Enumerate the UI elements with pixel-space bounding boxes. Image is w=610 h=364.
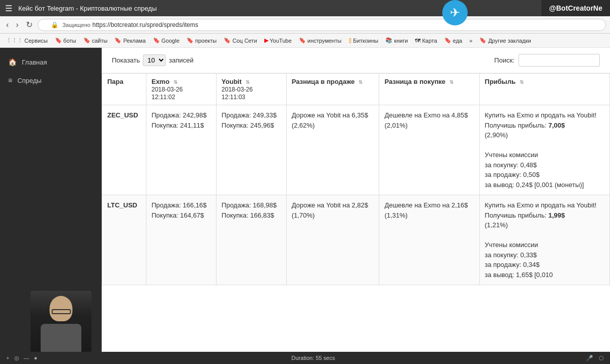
cell-pair: LTC_USD [102,195,146,285]
sidebar-item-home[interactable]: 🏠 Главная [0,53,102,71]
data-table: Пара Exmo ⇅ 2018-03-2612:11:02 Youbit ⇅ … [102,73,610,285]
col-diff-buy: Разница в покупке ⇅ [379,74,479,105]
cell-youbit: Продажа: 168,98$Покупка: 166,83$ [216,195,286,285]
bookmark-services[interactable]: ⋮⋮⋮ Сервисы [3,36,51,45]
person-glasses [51,309,71,314]
circle-icon: ◎ [14,355,19,361]
main-layout: 🏠 Главная ≡ Спреды Показать 10 25 50 зап… [0,48,610,352]
content-area: Показать 10 25 50 записей Поиск: Пара [102,48,610,352]
table-row: ZEC_USD Продажа: 242,98$Покупка: 241,11$… [102,105,610,195]
sort-icon[interactable]: ⇅ [449,79,453,85]
bookmark-other[interactable]: 🔖 Другие закладки [476,36,534,45]
info-icon[interactable]: ⬡ [599,355,604,361]
reload-button[interactable]: ↻ [24,19,35,31]
plus-icon[interactable]: + [6,355,9,361]
bookmark-bitcoin[interactable]: ₿ Биткоины [346,37,382,45]
bookmark-icon: 🔖 [187,37,194,44]
person-body [41,324,81,352]
search-input[interactable] [518,54,600,67]
cell-pair: ZEC_USD [102,105,146,195]
bookmark-books[interactable]: 📚 книги [382,36,411,45]
col-exmo: Exmo ⇅ 2018-03-2612:11:02 [146,74,216,105]
bookmark-tools[interactable]: 🔖 инструменты [296,36,345,45]
forward-button[interactable]: › [14,19,20,31]
bookmark-icon: 🔖 [299,37,306,44]
col-profit: Прибыль ⇅ [479,74,609,105]
bookmark-label: сайты [92,38,108,44]
grid-icon: ⋮⋮⋮ [6,37,23,44]
sort-icon[interactable]: ⇅ [358,79,362,85]
home-icon: 🏠 [8,58,17,66]
show-entries: Показать 10 25 50 записей [112,54,194,66]
back-button[interactable]: ‹ [4,19,11,31]
bookmark-map[interactable]: 🗺 Карта [412,37,440,45]
cell-exmo: Продажа: 242,98$Покупка: 241,11$ [146,105,216,195]
bookmark-youtube[interactable]: ▶ YouTube [261,36,295,45]
col-pair: Пара [102,74,146,105]
bookmark-label: Соц Сети [232,38,257,44]
person-head [50,296,73,321]
bookmark-label: Карта [422,38,437,44]
sidebar-item-spreads[interactable]: ≡ Спреды [0,71,102,89]
browser-titlebar: ☰ Кейс бот Telegram - Криптовалютные спр… [0,0,610,16]
cell-exmo: Продажа: 166,16$Покупка: 164,67$ [146,195,216,285]
bookmark-icon: 🔖 [224,37,231,44]
bookmark-icon: 🔖 [83,37,90,44]
bitcoin-icon: ₿ [349,38,352,44]
cell-diff-buy: Дешевле на Exmo на 2,16$(1,31%) [379,195,479,285]
bookmark-label: проекты [195,38,217,44]
entries-label: записей [169,56,193,64]
entries-select[interactable]: 10 25 50 [143,54,166,66]
bottom-bar: + ◎ — ● Duration: 55 secs 🎤 ⬡ [0,352,610,364]
bookmark-label: Сервисы [24,38,48,44]
books-icon: 📚 [385,37,392,44]
spreads-icon: ≡ [8,76,12,84]
bookmark-food[interactable]: 🔖 еда [441,36,465,45]
bottom-right-controls: 🎤 ⬡ [586,355,604,361]
bookmark-sites[interactable]: 🔖 сайты [80,36,111,45]
sidebar-label-spreads: Спреды [17,77,42,84]
youtube-icon: ▶ [264,37,268,44]
col-diff-sell: Разница в продаже ⇅ [286,74,379,105]
table-row: LTC_USD Продажа: 166,16$Покупка: 164,67$… [102,195,610,285]
bookmark-label: инструменты [308,38,342,44]
bookmark-bots[interactable]: 🔖 боты [52,36,79,45]
cell-diff-sell: Дороже на Yobit на 6,35$(2,62%) [286,105,379,195]
bookmark-social[interactable]: 🔖 Соц Сети [221,36,260,45]
bookmark-more[interactable]: » [466,37,475,45]
slider-control[interactable]: ● [34,355,38,361]
bookmark-google[interactable]: 🔖 Google [150,36,182,45]
bookmark-icon: 🔖 [444,37,451,44]
bookmarks-bar: ⋮⋮⋮ Сервисы 🔖 боты 🔖 сайты 🔖 Реклама 🔖 G… [0,34,610,48]
show-label: Показать [112,56,140,64]
sidebar-label-home: Главная [22,58,47,66]
search-box: Поиск: [494,54,600,67]
menu-icon[interactable]: ☰ [5,4,12,13]
bookmark-label: боты [64,38,76,44]
bookmark-icon: 🔖 [55,37,62,44]
bookmark-projects[interactable]: 🔖 проекты [184,36,220,45]
cell-profit: Купить на Exmo и продать на Youbit! Полу… [479,105,609,195]
cell-diff-buy: Дешевле на Exmo на 4,85$(2,01%) [379,105,479,195]
bookmark-ads[interactable]: 🔖 Реклама [111,36,148,45]
bottom-left-controls: + ◎ — ● [6,355,40,361]
mic-icon[interactable]: 🎤 [586,355,593,361]
telegram-logo: ✈ [442,0,468,25]
bookmark-icon: 🔖 [114,37,121,44]
bookmark-label: книги [394,38,408,44]
bookmark-label: Биткоины [353,38,379,44]
duration-display: Duration: 55 secs [291,355,335,361]
channel-badge: @BotCreatorNe [541,0,610,16]
lock-icon: 🔒 [51,21,58,28]
webcam-person [30,291,92,352]
protected-label: Защищено [63,22,90,28]
sort-icon[interactable]: ⇅ [173,79,177,85]
minus-icon[interactable]: — [24,355,29,361]
sort-icon[interactable]: ⇅ [246,79,250,85]
address-bar[interactable]: 🔒 Защищено https://botcreator.ru/spred/s… [38,19,606,31]
cell-diff-sell: Дороже на Yobit на 2,82$(1,70%) [286,195,379,285]
bookmark-label: еда [453,38,462,44]
bookmark-label: Google [162,38,179,44]
sort-icon[interactable]: ⇅ [520,79,524,85]
bookmark-label: YouTube [270,38,292,44]
